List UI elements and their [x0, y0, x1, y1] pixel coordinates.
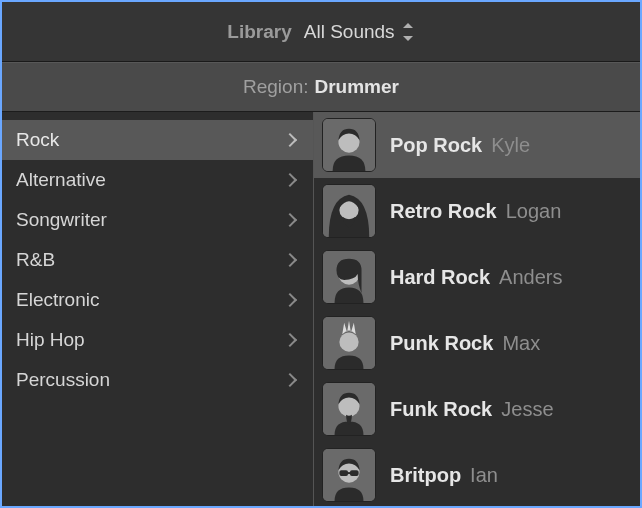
region-value: Drummer	[315, 76, 399, 98]
region-label: Region:	[243, 76, 309, 98]
drummer-column: Pop Rock Kyle Retro Rock Logan Hard Rock…	[314, 112, 640, 506]
chevron-right-icon	[283, 293, 297, 307]
chevron-right-icon	[283, 373, 297, 387]
category-label: R&B	[16, 249, 55, 271]
category-column: Rock Alternative Songwriter R&B Electron…	[2, 112, 314, 506]
svg-rect-13	[350, 470, 359, 476]
chevron-right-icon	[283, 173, 297, 187]
category-item-alternative[interactable]: Alternative	[2, 160, 313, 200]
drummer-name: Kyle	[491, 134, 530, 156]
drummer-item-hard-rock[interactable]: Hard Rock Anders	[314, 244, 640, 310]
drummer-style: Pop Rock	[390, 134, 482, 156]
drummer-style: Britpop	[390, 464, 461, 486]
drummer-style: Hard Rock	[390, 266, 490, 288]
drummer-name: Max	[502, 332, 540, 354]
chevron-right-icon	[283, 333, 297, 347]
category-label: Hip Hop	[16, 329, 85, 351]
drummer-item-britpop[interactable]: Britpop Ian	[314, 442, 640, 506]
drummer-name: Jesse	[501, 398, 553, 420]
avatar	[322, 382, 376, 436]
up-down-chevron-icon	[401, 23, 415, 41]
drummer-item-retro-rock[interactable]: Retro Rock Logan	[314, 178, 640, 244]
chevron-right-icon	[283, 213, 297, 227]
drummer-name: Anders	[499, 266, 562, 288]
category-item-songwriter[interactable]: Songwriter	[2, 200, 313, 240]
region-bar: Region: Drummer	[2, 62, 640, 112]
svg-rect-14	[347, 472, 351, 474]
drummer-style: Punk Rock	[390, 332, 493, 354]
avatar	[322, 250, 376, 304]
chevron-right-icon	[283, 253, 297, 267]
library-header: Library All Sounds	[2, 2, 640, 62]
drummer-name: Logan	[506, 200, 562, 222]
avatar	[322, 316, 376, 370]
drummer-style: Funk Rock	[390, 398, 492, 420]
category-item-electronic[interactable]: Electronic	[2, 280, 313, 320]
library-label: Library	[227, 21, 291, 43]
drummer-item-funk-rock[interactable]: Funk Rock Jesse	[314, 376, 640, 442]
avatar	[322, 118, 376, 172]
category-item-rnb[interactable]: R&B	[2, 240, 313, 280]
drummer-style: Retro Rock	[390, 200, 497, 222]
category-label: Songwriter	[16, 209, 107, 231]
svg-rect-12	[339, 470, 348, 476]
drummer-name: Ian	[470, 464, 498, 486]
avatar	[322, 184, 376, 238]
sounds-filter-label: All Sounds	[304, 21, 395, 43]
avatar	[322, 448, 376, 502]
category-item-percussion[interactable]: Percussion	[2, 360, 313, 400]
category-item-hiphop[interactable]: Hip Hop	[2, 320, 313, 360]
drummer-item-pop-rock[interactable]: Pop Rock Kyle	[314, 112, 640, 178]
category-label: Percussion	[16, 369, 110, 391]
category-label: Electronic	[16, 289, 99, 311]
category-label: Rock	[16, 129, 59, 151]
category-item-rock[interactable]: Rock	[2, 120, 313, 160]
chevron-right-icon	[283, 133, 297, 147]
sounds-filter-dropdown[interactable]: All Sounds	[304, 21, 415, 43]
svg-point-7	[339, 332, 358, 351]
drummer-item-punk-rock[interactable]: Punk Rock Max	[314, 310, 640, 376]
category-label: Alternative	[16, 169, 106, 191]
